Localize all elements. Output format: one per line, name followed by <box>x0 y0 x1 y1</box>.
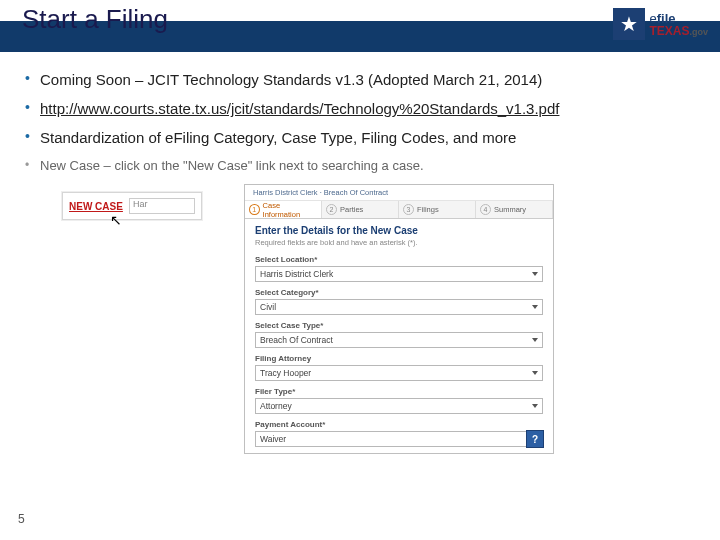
chevron-down-icon <box>532 404 538 408</box>
label-case-type: Select Case Type* <box>255 321 543 330</box>
form-subheading: Required fields are bold and have an ast… <box>255 238 543 247</box>
new-case-link[interactable]: NEW CASE <box>69 201 123 212</box>
label-payment: Payment Account* <box>255 420 543 429</box>
breadcrumb: Harris District Clerk · Breach Of Contra… <box>245 185 553 201</box>
standards-link[interactable]: http://www.courts.state.tx.us/jcit/stand… <box>40 100 559 117</box>
bullet-list: Coming Soon – JCIT Technology Standards … <box>22 70 698 174</box>
page-number: 5 <box>18 512 25 526</box>
label-filer-type: Filer Type* <box>255 387 543 396</box>
select-location[interactable]: Harris District Clerk <box>255 266 543 282</box>
help-icon[interactable]: ? <box>526 430 544 448</box>
chevron-down-icon <box>532 305 538 309</box>
form-body: Enter the Details for the New Case Requi… <box>245 219 553 447</box>
bullet-2: http://www.courts.state.tx.us/jcit/stand… <box>22 99 698 118</box>
tab-case-info[interactable]: 1Case Information <box>245 201 322 218</box>
content-area: Coming Soon – JCIT Technology Standards … <box>0 52 720 444</box>
select-filer-type[interactable]: Attorney <box>255 398 543 414</box>
cursor-icon: ↖ <box>110 212 122 228</box>
label-category: Select Category* <box>255 288 543 297</box>
wizard-tabs: 1Case Information 2Parties 3Filings 4Sum… <box>245 201 553 219</box>
page-title: Start a Filing <box>22 4 168 35</box>
form-screenshot: Harris District Clerk · Breach Of Contra… <box>244 184 554 454</box>
star-icon: ★ <box>613 8 645 40</box>
select-payment[interactable]: Waiver ? <box>255 431 543 447</box>
search-input-snippet[interactable]: Har <box>129 198 195 214</box>
bullet-3: Standardization of eFiling Category, Cas… <box>22 128 698 147</box>
bullet-1: Coming Soon – JCIT Technology Standards … <box>22 70 698 89</box>
label-attorney: Filing Attorney <box>255 354 543 363</box>
select-attorney[interactable]: Tracy Hooper <box>255 365 543 381</box>
logo-text: efile TEXAS.gov <box>649 12 708 37</box>
label-location: Select Location* <box>255 255 543 264</box>
tab-parties[interactable]: 2Parties <box>322 201 399 218</box>
newcase-snippet: NEW CASE Har <box>62 192 202 220</box>
title-bar: Start a Filing ★ efile TEXAS.gov <box>0 0 720 52</box>
form-heading: Enter the Details for the New Case <box>255 225 543 236</box>
bullet-4: New Case – click on the "New Case" link … <box>22 158 698 175</box>
select-case-type[interactable]: Breach Of Contract <box>255 332 543 348</box>
select-category[interactable]: Civil <box>255 299 543 315</box>
chevron-down-icon <box>532 272 538 276</box>
tab-summary[interactable]: 4Summary <box>476 201 553 218</box>
tab-filings[interactable]: 3Filings <box>399 201 476 218</box>
screenshots-area: NEW CASE Har ↖ Harris District Clerk · B… <box>62 184 698 444</box>
logo: ★ efile TEXAS.gov <box>613 8 708 40</box>
chevron-down-icon <box>532 371 538 375</box>
chevron-down-icon <box>532 338 538 342</box>
